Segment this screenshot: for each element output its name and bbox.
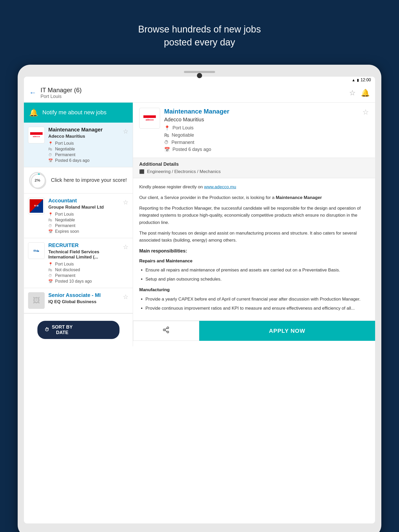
tablet-inner: ▲ ▮ 12:00 ← IT Manager (6) Port Louis ☆ … (24, 77, 375, 523)
right-panel: adecco Maintenance Manager Adecco Maurit… (133, 103, 375, 346)
main-responsibilities-label: Main responsibilities: (139, 247, 369, 255)
job-logo-adecco: adecco (28, 127, 45, 143)
location-icon-2: 📍 (48, 212, 53, 216)
job-logo-tfsi: tfsi▶ (28, 242, 45, 259)
job-card-accountant[interactable]: R M Accountant Groupe Roland Maurel Ltd … (24, 194, 133, 238)
detail-star[interactable]: ☆ (362, 108, 369, 116)
job-salary-maintenance: ₨ Negotiable (48, 147, 119, 151)
category-row: ⬛ Engineering / Electronics / Mechanics (139, 169, 369, 174)
job-card-maintenance[interactable]: adecco Maintenance Manager Adecco Maurit… (24, 123, 133, 167)
job-description: Kindly please register directly on www.a… (133, 178, 375, 321)
score-value: 2% (35, 178, 40, 182)
notify-banner[interactable]: 🔔 Notify me about new jobs (24, 103, 133, 123)
job-title-maintenance: Maintenance Manager (48, 127, 119, 133)
adecco-link[interactable]: www.adecco.mu (204, 184, 236, 189)
manufacturing-list: Provide a yearly CAPEX before end of Apr… (139, 296, 369, 312)
job-card-recruiter[interactable]: tfsi▶ RECRUITER Technical Field Services… (24, 238, 133, 288)
job-logo-sa: 🖼 (28, 292, 45, 309)
repairs-label: Repairs and Maintenance (139, 257, 369, 264)
job-card-senior[interactable]: 🖼 Senior Associate - MI IQ EQ Global Bus… (24, 288, 133, 313)
category-label: Engineering / Electronics / Mechanics (147, 169, 221, 174)
svg-point-2 (167, 327, 169, 329)
share-button[interactable] (133, 321, 199, 341)
salary-icon-3: ₨ (48, 268, 53, 272)
job-type-accountant: ⏱ Permanent (48, 223, 119, 228)
repairs-list: Ensure all repairs and maintenance of pr… (139, 267, 369, 283)
detail-clock-icon: ⏱ (164, 140, 169, 145)
page-header: Browse hundreds of new jobs posted every… (138, 0, 261, 65)
detail-company: Adecco Mauritius (164, 117, 358, 123)
signal-icon: ▲ (352, 78, 355, 82)
repairs-item-2: Setup and plan outsourcing schedules. (145, 276, 369, 283)
notify-label: Notify me about new jobs (42, 109, 107, 116)
page-subtitle: Port Louis (41, 94, 349, 99)
job-info-accountant: Accountant Groupe Roland Maurel Ltd 📍 Po… (48, 198, 119, 234)
score-card[interactable]: 2% Click here to improve your score! (24, 167, 133, 194)
job-company-maintenance: Adecco Mauritius (48, 134, 119, 139)
detail-salary: ₨ Negotiable (164, 132, 358, 138)
share-icon (162, 326, 170, 335)
desc-p1: Our client, a Service provider in the Pr… (139, 194, 369, 201)
job-posted-accountant: 📅 Expires soon (48, 229, 119, 234)
job-location-accountant: 📍 Port Louis (48, 212, 119, 217)
app-header: ← IT Manager (6) Port Louis ☆ 🔔 (24, 83, 375, 103)
additional-details: Additional Details ⬛ Engineering / Elect… (133, 158, 375, 178)
additional-details-label: Additional Details (139, 162, 369, 167)
hierarchy-icon: ⬛ (139, 169, 144, 174)
job-logo-rm: R M (28, 198, 45, 214)
job-title-senior: Senior Associate - MI (48, 292, 119, 298)
svg-point-3 (163, 329, 165, 331)
detail-location: 📍 Port Louis (164, 125, 358, 131)
repairs-item-1: Ensure all repairs and maintenance of pr… (145, 267, 369, 274)
sort-by-date-button[interactable]: ⏱ SORT BY DATE (37, 321, 119, 339)
main-content: 🔔 Notify me about new jobs adecco Mainte… (24, 103, 375, 346)
star-maintenance[interactable]: ☆ (123, 128, 129, 135)
detail-header: adecco Maintenance Manager Adecco Maurit… (133, 103, 375, 158)
desc-p3: The post mainly focuses on design and as… (139, 230, 369, 244)
job-location-maintenance: 📍 Port Louis (48, 141, 119, 146)
left-panel: 🔔 Notify me about new jobs adecco Mainte… (24, 103, 133, 346)
apply-label: APPLY NOW (269, 328, 305, 334)
svg-line-5 (165, 330, 167, 332)
manufacturing-item-2: Provide continuous improvement ratios an… (145, 305, 369, 312)
header-actions: ☆ 🔔 (349, 89, 370, 97)
header-title: IT Manager (6) Port Louis (41, 87, 349, 99)
salary-icon: ₨ (48, 147, 53, 151)
manufacturing-label: Manufacturing (139, 286, 369, 293)
salary-icon-2: ₨ (48, 218, 53, 222)
left-panel-footer: ⏱ SORT BY DATE (24, 313, 133, 346)
detail-type: ⏱ Permanent (164, 140, 358, 145)
score-circle: 2% (29, 172, 46, 189)
tablet-camera (197, 73, 202, 78)
battery-icon: ▮ (357, 78, 359, 82)
score-label: Click here to improve your score! (51, 177, 127, 183)
manufacturing-item-1: Provide a yearly CAPEX before end of Apr… (145, 296, 369, 303)
location-icon-3: 📍 (48, 262, 53, 266)
notification-icon[interactable]: 🔔 (361, 89, 370, 97)
bottom-actions: APPLY NOW (133, 321, 375, 341)
detail-location-icon: 📍 (164, 125, 170, 131)
job-company-senior: IQ EQ Global Business (48, 299, 119, 304)
calendar-icon-3: 📅 (48, 279, 53, 283)
notify-bell-icon: 🔔 (29, 108, 38, 117)
job-type-recruiter: ⏱ Permanent (48, 273, 119, 278)
back-button[interactable]: ← (29, 89, 36, 97)
bookmark-icon[interactable]: ☆ (349, 89, 356, 97)
job-salary-accountant: ₨ Negotiable (48, 218, 119, 222)
detail-info: Maintenance Manager Adecco Mauritius 📍 P… (164, 108, 358, 152)
star-senior[interactable]: ☆ (123, 293, 129, 301)
detail-salary-icon: ₨ (164, 132, 169, 138)
calendar-icon: 📅 (48, 158, 53, 163)
star-recruiter[interactable]: ☆ (123, 243, 129, 251)
sort-label: SORT BY DATE (52, 324, 73, 335)
job-company-accountant: Groupe Roland Maurel Ltd (48, 205, 119, 210)
job-posted-recruiter: 📅 Posted 10 days ago (48, 279, 119, 284)
apply-button[interactable]: APPLY NOW (199, 321, 375, 341)
detail-posted: 📅 Posted 6 days ago (164, 147, 358, 152)
job-type-maintenance: ⏱ Permanent (48, 152, 119, 157)
job-location-recruiter: 📍 Port Louis (48, 262, 119, 267)
job-company-recruiter: Technical Field Services International L… (48, 249, 119, 260)
job-posted-maintenance: 📅 Posted 6 days ago (48, 158, 119, 163)
star-accountant[interactable]: ☆ (123, 199, 129, 206)
clock-icon-3: ⏱ (48, 274, 53, 278)
